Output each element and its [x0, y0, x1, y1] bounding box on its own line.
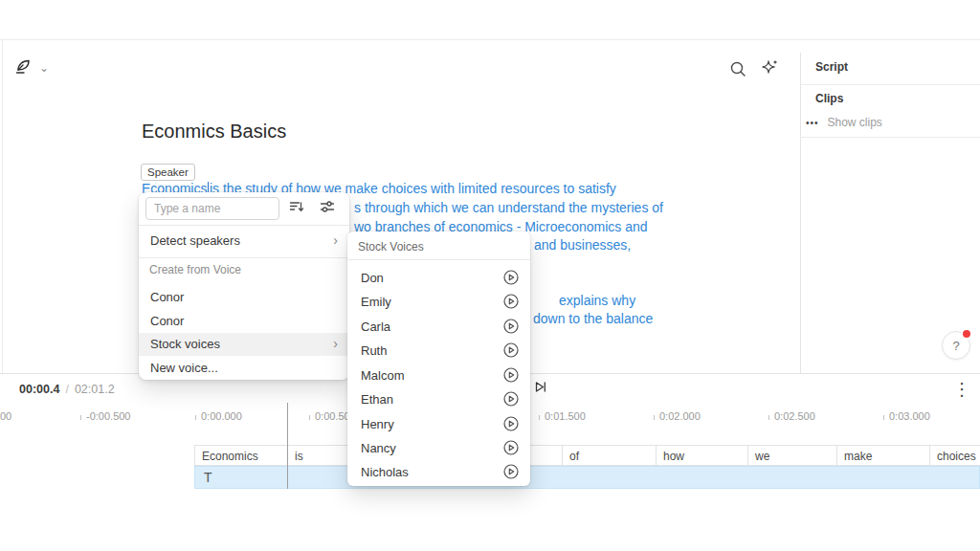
skip-forward-icon — [533, 380, 547, 398]
transcript-line-5[interactable]: explains why — [559, 293, 635, 308]
menu-item-stock-voices[interactable]: Stock voices › — [139, 333, 349, 356]
voice-name: Emily — [361, 295, 391, 309]
menu-item-detect-speakers[interactable]: Detect speakers › — [139, 230, 349, 253]
ruler-label[interactable]: 0:00.000 — [195, 410, 242, 422]
stock-voices-label: Stock voices — [150, 337, 220, 351]
play-voice-button[interactable] — [502, 366, 519, 383]
ruler-label[interactable]: 0:03.000 — [883, 410, 930, 422]
script-audio-track[interactable]: T — [194, 466, 980, 489]
sparkle-icon — [760, 58, 779, 81]
show-clips-button[interactable]: ••• Show clips — [806, 116, 882, 129]
quill-logo-icon — [14, 57, 33, 80]
stock-voices-header: Stock Voices — [358, 240, 424, 253]
voice-row-henry[interactable]: Henry — [347, 415, 530, 436]
notification-badge — [961, 328, 972, 340]
window-left-border — [2, 39, 3, 373]
play-voice-button[interactable] — [502, 293, 519, 309]
sidebar-rule-1 — [800, 84, 980, 85]
word-cell[interactable]: make — [836, 446, 929, 466]
voice-name: Henry — [361, 417, 394, 431]
chevron-right-icon: › — [333, 232, 338, 248]
play-voice-button[interactable] — [502, 342, 519, 358]
create-from-voice-label: Create from Voice — [149, 263, 241, 276]
play-voice-button[interactable] — [502, 390, 519, 407]
ruler-label[interactable]: 0:02.000 — [654, 410, 701, 422]
speaker-menu: Detect speakers › Create from Voice Cono… — [139, 192, 349, 380]
more-dots-icon: ••• — [806, 118, 819, 128]
text-track-icon: T — [204, 470, 212, 485]
menu-divider — [347, 259, 530, 260]
sliders-icon — [320, 199, 335, 218]
ruler-label[interactable]: -0:00.500 — [80, 410, 130, 422]
detect-speakers-label: Detect speakers — [150, 233, 240, 248]
menu-item-new-voice[interactable]: New voice... — [139, 357, 349, 380]
play-voice-button[interactable] — [502, 463, 519, 479]
app-window: ⌄ Script Clips ••• Show clips Econmics B… — [0, 0, 980, 551]
sort-icon — [289, 199, 304, 218]
voice-name: Malcom — [361, 368, 405, 383]
transcript-line-2[interactable]: s through which we can understand the my… — [354, 200, 663, 215]
menu-divider — [139, 225, 349, 226]
word-cell[interactable]: we — [747, 446, 836, 466]
ruler-label[interactable]: 00 — [0, 410, 11, 422]
timecode-display: 00:00.4 / 02:01.2 — [19, 383, 115, 396]
speaker-chip[interactable]: Speaker — [141, 164, 195, 181]
voice-row-malcom[interactable]: Malcom — [347, 366, 530, 387]
sidebar-rule-2 — [800, 137, 980, 138]
document-title[interactable]: Econmics Basics — [142, 121, 286, 143]
search-icon — [729, 60, 746, 81]
chevron-down-icon[interactable]: ⌄ — [39, 61, 49, 75]
voice-row-emily[interactable]: Emily — [347, 293, 530, 314]
voice-row-ethan[interactable]: Ethan — [347, 390, 530, 411]
sidebar-divider — [800, 53, 801, 373]
time-separator: / — [65, 383, 68, 396]
voice-name: Don — [361, 271, 384, 285]
voice-row-nancy[interactable]: Nancy — [347, 439, 530, 460]
voice-row-ruth[interactable]: Ruth — [347, 342, 530, 363]
play-voice-button[interactable] — [502, 415, 519, 431]
voice-name: Ethan — [361, 392, 393, 407]
chevron-right-icon: › — [333, 336, 338, 351]
window-top-border — [0, 39, 980, 40]
speaker-name-input[interactable] — [145, 197, 279, 220]
menu-item-voice-conor-2[interactable]: Conor — [139, 310, 349, 333]
word-cell[interactable]: of — [562, 446, 656, 466]
sidebar-section-clips: Clips — [815, 92, 843, 105]
timeline-menu-button[interactable]: ⋮ — [947, 379, 976, 400]
voice-row-nicholas[interactable]: Nicholas — [347, 463, 530, 484]
menu-item-voice-conor-1[interactable]: Conor — [139, 286, 349, 309]
word-cell[interactable]: how — [656, 446, 747, 466]
word-track: Economics is of how we make choices — [194, 445, 980, 466]
word-cell[interactable]: choices — [929, 446, 980, 466]
show-clips-label: Show clips — [828, 116, 882, 129]
voice-name: Nancy — [361, 441, 396, 455]
play-voice-button[interactable] — [502, 439, 519, 455]
play-voice-button[interactable] — [502, 318, 519, 334]
voice-name: Ruth — [361, 343, 387, 358]
play-voice-button[interactable] — [502, 269, 519, 285]
playhead[interactable] — [287, 403, 288, 489]
search-button[interactable] — [727, 60, 748, 81]
total-time: 02:01.2 — [75, 383, 115, 396]
filter-button[interactable] — [319, 200, 336, 217]
app-logo-button[interactable] — [13, 58, 34, 79]
transcript-line-6[interactable]: down to the balance — [533, 311, 653, 326]
voice-row-don[interactable]: Don — [347, 269, 530, 290]
ruler-label[interactable]: 0:01.500 — [539, 410, 586, 422]
voice-name: Nicholas — [361, 465, 409, 479]
transcript-line-4[interactable]: and businesses, — [534, 237, 631, 253]
ai-actions-button[interactable] — [759, 59, 780, 80]
voice-name: Carla — [361, 320, 390, 334]
sort-button[interactable] — [288, 200, 305, 217]
voice-row-carla[interactable]: Carla — [347, 318, 530, 339]
skip-forward-button[interactable] — [531, 380, 548, 397]
menu-divider — [139, 257, 349, 258]
stock-voices-submenu: Stock Voices Don Emily Carla Ruth Malcom… — [347, 231, 530, 486]
current-time: 00:00.4 — [19, 383, 59, 396]
ruler-label[interactable]: 0:02.500 — [768, 410, 815, 422]
word-cell[interactable]: Economics — [194, 446, 287, 466]
sidebar-section-script: Script — [815, 60, 848, 74]
